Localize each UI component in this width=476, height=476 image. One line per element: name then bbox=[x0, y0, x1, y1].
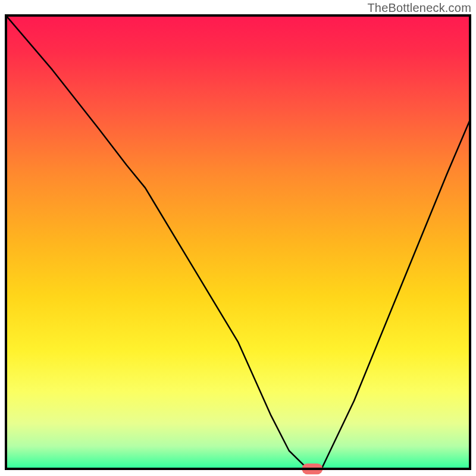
chart-container: TheBottleneck.com bbox=[0, 0, 476, 476]
gradient-background bbox=[6, 15, 470, 469]
bottleneck-chart bbox=[0, 0, 476, 476]
watermark-text: TheBottleneck.com bbox=[367, 1, 471, 15]
plot-area bbox=[6, 15, 470, 474]
